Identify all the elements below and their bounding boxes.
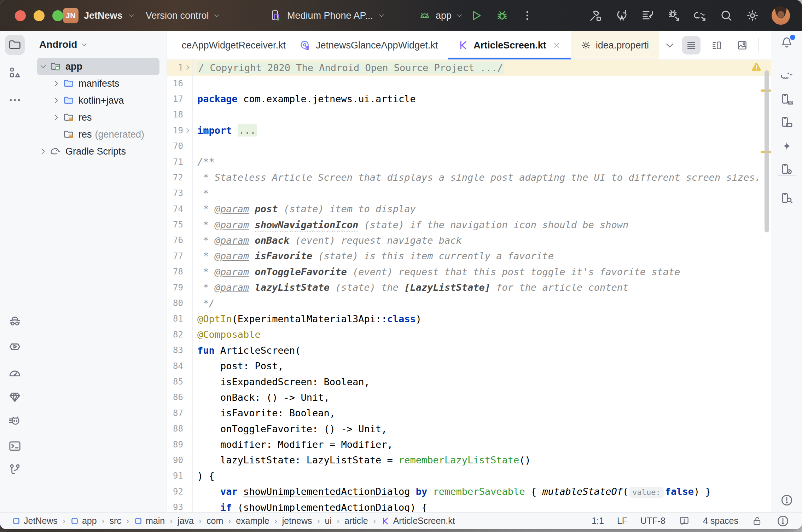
project-button[interactable] [5, 35, 25, 55]
status-readonly-toggle[interactable] [751, 515, 763, 527]
code-line-92[interactable]: 92 var showUnimplementedActionDialog by … [167, 484, 771, 499]
minimize-window-button[interactable] [34, 10, 45, 21]
attach-debugger-icon[interactable] [667, 8, 681, 23]
fold-region-icon[interactable] [183, 127, 192, 134]
tree-item-gradle-scripts[interactable]: Gradle Scripts [37, 143, 159, 160]
debug-button[interactable] [495, 8, 509, 23]
run-configuration-widget[interactable]: app [418, 0, 463, 31]
chevron-down-icon[interactable] [37, 62, 49, 71]
tab-jetnews-glance-app-widget[interactable]: JetnewsGlanceAppWidget.kt [289, 31, 448, 59]
split-view-button[interactable] [708, 36, 726, 54]
code-line-1[interactable]: 1/ Copyright 2020 The Android Open Sourc… [167, 60, 771, 75]
tree-item-manifests[interactable]: manifests [37, 75, 159, 92]
code-line-72[interactable]: 72 * Stateless Article Screen that displ… [167, 170, 771, 185]
tab-article-screen[interactable]: ArticleScreen.kt [448, 31, 571, 59]
project-view-selector[interactable]: Android [30, 31, 167, 55]
code-line-80[interactable]: 80 */ [167, 295, 771, 311]
more-tool-windows-button[interactable] [5, 90, 25, 110]
inspection-warning-icon[interactable] [751, 62, 762, 72]
code-line-91[interactable]: 91) { [167, 468, 771, 484]
gradle-sync-icon[interactable] [693, 8, 707, 23]
breadcrumb-item-example[interactable]: example [236, 516, 269, 526]
tab-idea-properties[interactable]: idea.properti [571, 31, 659, 59]
settings-gear-icon[interactable] [745, 8, 760, 23]
device-selector[interactable]: Medium Phone AP... [269, 0, 385, 31]
breadcrumb-item-src[interactable]: src [110, 516, 121, 526]
breadcrumb-item-jetnews[interactable]: jetnews [282, 516, 312, 526]
status-file-encoding[interactable]: UTF-8 [640, 516, 666, 526]
breadcrumb-item-jetnews[interactable]: JetNews [12, 516, 58, 526]
chevron-right-icon[interactable] [50, 113, 62, 122]
chevron-right-icon[interactable] [50, 79, 62, 88]
apply-code-changes-icon[interactable] [641, 8, 655, 23]
hidden-tabs-chevron-icon[interactable] [664, 40, 675, 51]
code-line-76[interactable]: 76 * @param onBack (event) request navig… [167, 232, 771, 248]
project-widget[interactable]: JN JetNews [63, 0, 135, 31]
tree-item-res[interactable]: res(generated) [37, 126, 159, 143]
close-icon[interactable] [552, 41, 561, 50]
code-line-89[interactable]: 89 modifier: Modifier = Modifier, [167, 436, 771, 452]
code-editor[interactable]: 1/ Copyright 2020 The Android Open Sourc… [167, 60, 771, 512]
code-line-16[interactable]: 16 [167, 75, 771, 91]
design-view-button[interactable] [733, 36, 751, 54]
code-line-18[interactable]: 18 [167, 107, 771, 122]
tab-glance-app-widget-receiver[interactable]: ceAppWidgetReceiver.kt [167, 31, 289, 59]
tree-item-kotlin-java[interactable]: kotlin+java [37, 92, 159, 109]
chevron-right-icon[interactable] [37, 147, 49, 156]
user-avatar[interactable] [772, 6, 790, 25]
code-line-88[interactable]: 88 onToggleFavorite: () -> Unit, [167, 421, 771, 436]
tree-item-app[interactable]: app [37, 58, 159, 75]
code-line-19[interactable]: 19import ... [167, 123, 771, 138]
zoom-window-button[interactable] [52, 10, 63, 21]
code-line-82[interactable]: 82@Composable [167, 327, 771, 342]
code-line-70[interactable]: 70 [167, 138, 771, 154]
gradle-button[interactable] [777, 65, 797, 85]
breadcrumb-item-ui[interactable]: ui [325, 516, 331, 526]
code-line-93[interactable]: 93 if (showUnimplementedActionDialog) { [167, 499, 771, 512]
code-view-button[interactable] [682, 36, 701, 54]
resource-manager-button[interactable] [5, 63, 25, 82]
code-line-84[interactable]: 84 post: Post, [167, 358, 771, 374]
code-line-71[interactable]: 71/** [167, 154, 771, 169]
status-line-separator[interactable]: LF [617, 516, 627, 526]
code-line-90[interactable]: 90 lazyListState: LazyListState = rememb… [167, 452, 771, 468]
code-line-79[interactable]: 79 * @param lazyListState (state) the [L… [167, 279, 771, 295]
code-line-78[interactable]: 78 * @param onToggleFavorite (event) req… [167, 264, 771, 279]
vcs-widget[interactable]: Version control [146, 0, 220, 31]
running-devices-button[interactable] [777, 112, 797, 132]
device-explorer-button[interactable] [777, 189, 797, 208]
chevron-right-icon[interactable] [50, 96, 62, 105]
code-line-81[interactable]: 81@OptIn(ExperimentalMaterial3Api::class… [167, 311, 771, 326]
breadcrumb-item-java[interactable]: java [178, 516, 194, 526]
code-line-87[interactable]: 87 isFavorite: Boolean, [167, 405, 771, 421]
gemini-button[interactable] [777, 137, 797, 157]
tree-item-res[interactable]: res [37, 109, 159, 126]
editor-scrollbar[interactable] [765, 70, 769, 232]
app-inspection-button[interactable] [5, 312, 25, 332]
breadcrumb-item-articlescreen-kt[interactable]: ArticleScreen.kt [381, 516, 455, 526]
problems-button[interactable] [777, 490, 797, 510]
benchmark-button[interactable] [5, 363, 25, 383]
close-window-button[interactable] [15, 10, 26, 21]
code-line-86[interactable]: 86 onBack: () -> Unit, [167, 389, 771, 405]
profiler-button[interactable] [5, 337, 25, 357]
breadcrumb-item-app[interactable]: app [70, 516, 97, 526]
status-indent[interactable]: 4 spaces [703, 516, 738, 526]
notifications-button[interactable] [777, 33, 797, 52]
more-actions-kebab-icon[interactable] [521, 10, 533, 22]
logcat-button[interactable] [5, 411, 25, 431]
run-button[interactable] [469, 8, 483, 23]
code-line-74[interactable]: 74 * @param post (state) item to display [167, 201, 771, 217]
breadcrumb-item-article[interactable]: article [344, 516, 368, 526]
app-quality-insights-button[interactable] [5, 387, 25, 407]
build-hammer-icon[interactable] [588, 8, 603, 23]
code-line-75[interactable]: 75 * @param showNavigationIcon (state) i… [167, 217, 771, 232]
fold-region-icon[interactable] [183, 64, 192, 71]
apply-changes-icon[interactable] [615, 8, 629, 23]
status-error-indicator[interactable] [776, 514, 790, 528]
version-control-button[interactable] [5, 460, 25, 480]
code-line-77[interactable]: 77 * @param isFavorite (state) is this i… [167, 248, 771, 264]
code-line-73[interactable]: 73 * [167, 185, 771, 201]
breadcrumb-item-main[interactable]: main [134, 516, 165, 526]
device-mirror-button[interactable] [777, 160, 797, 179]
